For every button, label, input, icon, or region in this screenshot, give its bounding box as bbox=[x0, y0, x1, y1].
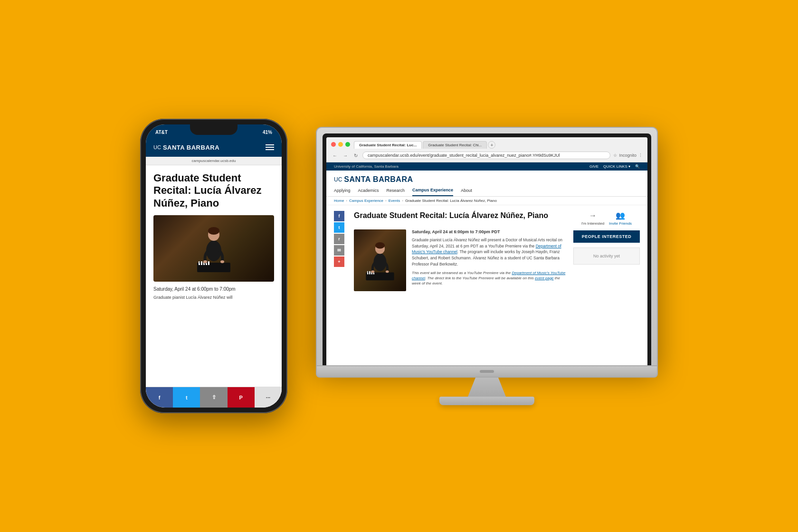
browser-chrome: Graduate Student Recital: Luc... Graduat… bbox=[326, 137, 647, 162]
monitor-screen: Graduate Student Recital: Luc... Graduat… bbox=[326, 137, 647, 365]
site-logo: UC SANTA BARBARA bbox=[334, 175, 640, 184]
event-date: Saturday, April 24 at 6:00pm to 7:00pm P… bbox=[412, 229, 566, 234]
phone-notch bbox=[190, 124, 238, 135]
phone-date: Saturday, April 24 at 6:00pm to 7:00pm bbox=[153, 286, 274, 292]
invite-friends-button[interactable]: 👥 Invite Friends bbox=[609, 211, 632, 226]
phone-share-button[interactable]: ⇧ bbox=[200, 387, 227, 408]
phone-event-image bbox=[153, 215, 274, 282]
event-body: Saturday, April 24 at 6:00pm to 7:00pm P… bbox=[354, 229, 566, 291]
breadcrumb: Home › Campus Experience › Events › Grad… bbox=[326, 197, 647, 205]
phone-pianist-svg bbox=[195, 218, 233, 279]
browser-traffic-lights bbox=[331, 142, 350, 147]
reddit-share-button[interactable]: r bbox=[334, 234, 344, 244]
svg-point-9 bbox=[206, 240, 221, 261]
invite-label: Invite Friends bbox=[609, 221, 632, 226]
browser-tab-active[interactable]: Graduate Student Recital: Luc... bbox=[354, 141, 422, 149]
url-input[interactable]: campuscalendar.ucsb.edu/event/graduate_s… bbox=[362, 152, 610, 159]
browser-tab-inactive[interactable]: Graduate Student Recital: Chi... bbox=[423, 141, 487, 149]
people-interested-button[interactable]: PEOPLE INTERESTED bbox=[573, 230, 640, 243]
event-desc-main: Graduate pianist Lucía Álvarez Núñez wil… bbox=[412, 237, 566, 267]
svg-rect-16 bbox=[369, 271, 370, 275]
nav-research[interactable]: Research bbox=[387, 188, 405, 196]
bookmark-icon[interactable]: ☆ bbox=[613, 153, 617, 158]
monitor-bezel: Graduate Student Recital: Luc... Graduat… bbox=[323, 133, 651, 365]
breadcrumb-current: Graduate Student Recital: Lucía Álvarez … bbox=[405, 199, 497, 203]
monitor-chin bbox=[316, 366, 658, 378]
phone-nav-bar: UC SANTA BARBARA bbox=[146, 138, 282, 157]
phone-battery: 41% bbox=[263, 130, 272, 135]
phone-logo-uc: UC bbox=[153, 144, 161, 150]
svg-rect-2 bbox=[201, 261, 202, 265]
reload-button[interactable]: ↻ bbox=[352, 152, 360, 159]
phone-pinterest-button[interactable]: P bbox=[228, 387, 255, 408]
phone-logo-sb: SANTA BARBARA bbox=[163, 144, 219, 151]
browser-address-bar: ← → ↻ campuscalendar.ucsb.edu/event/grad… bbox=[331, 152, 643, 159]
phone-description: Graduate pianist Lucía Álvarez Núñez wil… bbox=[153, 294, 274, 301]
twitter-share-button[interactable]: t bbox=[334, 222, 344, 233]
svg-point-12 bbox=[203, 260, 207, 263]
phone-twitter-button[interactable]: t bbox=[173, 387, 200, 408]
no-activity-message: No activity yet bbox=[573, 247, 640, 265]
nav-campus-experience[interactable]: Campus Experience bbox=[412, 188, 453, 196]
event-desc-streaming: This event will be streamed as a YouTube… bbox=[412, 270, 566, 286]
breadcrumb-home[interactable]: Home bbox=[334, 199, 344, 203]
social-share-sidebar: f t r ✉ + bbox=[334, 211, 344, 360]
event-title: Graduate Student Recital: Lucía Álvarez … bbox=[354, 211, 566, 221]
interested-label: I'm Interested bbox=[581, 221, 604, 226]
site-logo-sb: SANTA BARBARA bbox=[344, 175, 413, 184]
phone-hamburger-icon[interactable] bbox=[266, 144, 274, 150]
svg-point-13 bbox=[220, 260, 224, 263]
incognito-label: Incognito bbox=[619, 153, 636, 158]
email-share-button[interactable]: ✉ bbox=[334, 245, 344, 256]
site-main: f t r ✉ + Graduate Student Recital: Lucí… bbox=[326, 205, 647, 365]
phone-device: AT&T 4:00 PM 41% UC SANTA BARBARA bbox=[140, 119, 287, 413]
back-button[interactable]: ← bbox=[331, 152, 339, 159]
site-header: UC SANTA BARBARA Applying Academics Rese… bbox=[326, 171, 647, 197]
event-content: Graduate Student Recital: Lucía Álvarez … bbox=[354, 211, 566, 360]
interested-button[interactable]: → I'm Interested bbox=[581, 211, 604, 226]
nav-academics[interactable]: Academics bbox=[358, 188, 379, 196]
close-button[interactable] bbox=[331, 142, 336, 147]
monitor-stand bbox=[316, 366, 658, 405]
interested-icon: → bbox=[589, 211, 597, 220]
browser-action-buttons: ☆ Incognito ⋮ bbox=[613, 153, 643, 158]
more-share-button[interactable]: + bbox=[334, 256, 344, 267]
quick-links-dropdown[interactable]: QUICK LINKS ▾ bbox=[603, 164, 630, 169]
desktop-monitor: Graduate Student Recital: Luc... Graduat… bbox=[316, 127, 658, 405]
breadcrumb-events[interactable]: Events bbox=[389, 199, 400, 203]
phone-more-button[interactable]: ··· bbox=[255, 387, 282, 408]
phone-facebook-button[interactable]: f bbox=[146, 387, 173, 408]
menu-icon[interactable]: ⋮ bbox=[638, 153, 643, 158]
svg-rect-19 bbox=[368, 271, 369, 273]
university-name: University of California, Santa Barbara bbox=[334, 164, 399, 169]
event-action-buttons: → I'm Interested 👥 Invite Friends bbox=[573, 211, 640, 226]
monitor-power-button[interactable] bbox=[480, 370, 494, 373]
phone-logo: UC SANTA BARBARA bbox=[153, 144, 219, 151]
give-link[interactable]: GIVE bbox=[589, 164, 598, 169]
svg-point-22 bbox=[373, 253, 386, 271]
phone-body: AT&T 4:00 PM 41% UC SANTA BARBARA bbox=[140, 119, 287, 413]
maximize-button[interactable] bbox=[345, 142, 350, 147]
svg-rect-5 bbox=[208, 261, 209, 265]
event-pianist-svg bbox=[363, 234, 397, 286]
main-scene: AT&T 4:00 PM 41% UC SANTA BARBARA bbox=[0, 0, 798, 532]
nav-about[interactable]: About bbox=[461, 188, 472, 196]
facebook-share-button[interactable]: f bbox=[334, 211, 344, 221]
minimize-button[interactable] bbox=[338, 142, 343, 147]
nav-applying[interactable]: Applying bbox=[334, 188, 351, 196]
invite-icon: 👥 bbox=[616, 211, 625, 220]
svg-point-24 bbox=[375, 242, 385, 249]
monitor-neck bbox=[468, 378, 506, 397]
svg-point-25 bbox=[371, 270, 374, 273]
search-icon[interactable]: 🔍 bbox=[635, 164, 640, 169]
event-image bbox=[354, 229, 406, 291]
forward-button[interactable]: → bbox=[342, 152, 349, 159]
breadcrumb-campus[interactable]: Campus Experience bbox=[349, 199, 383, 203]
event-page-link[interactable]: event page bbox=[535, 276, 554, 280]
website-content: University of California, Santa Barbara … bbox=[326, 162, 647, 365]
top-bar-links: GIVE QUICK LINKS ▾ 🔍 bbox=[589, 164, 640, 169]
phone-screen: AT&T 4:00 PM 41% UC SANTA BARBARA bbox=[146, 124, 282, 408]
phone-carrier: AT&T bbox=[155, 130, 168, 135]
svg-rect-6 bbox=[200, 261, 200, 264]
new-tab-button[interactable]: + bbox=[488, 141, 495, 149]
